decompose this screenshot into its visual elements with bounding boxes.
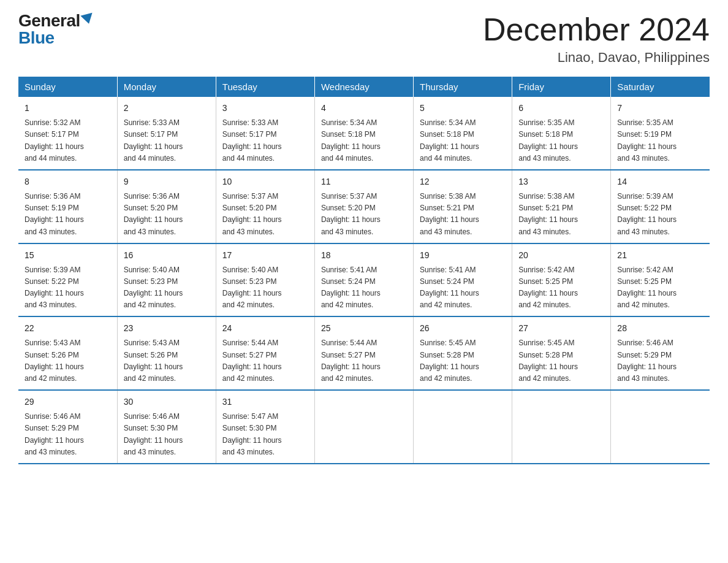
empty-cell-w4d4 <box>414 390 512 464</box>
day-info: Sunrise: 5:41 AMSunset: 5:24 PMDaylight:… <box>321 264 407 312</box>
day-number: 8 <box>25 175 111 188</box>
header-wednesday: Wednesday <box>314 77 413 97</box>
empty-cell-w4d6 <box>611 390 710 464</box>
day-info: Sunrise: 5:46 AMSunset: 5:30 PMDaylight:… <box>124 411 210 458</box>
logo-arrow-icon <box>80 13 94 26</box>
day-cell-21: 21Sunrise: 5:42 AMSunset: 5:25 PMDayligh… <box>611 243 710 317</box>
day-number: 4 <box>321 102 407 115</box>
day-number: 18 <box>321 249 407 262</box>
day-info: Sunrise: 5:36 AMSunset: 5:19 PMDaylight:… <box>25 191 111 238</box>
empty-cell-w4d3 <box>314 390 413 464</box>
day-number: 3 <box>222 102 308 115</box>
day-number: 26 <box>420 322 506 335</box>
day-number: 31 <box>222 396 308 408</box>
day-number: 14 <box>617 175 703 188</box>
day-number: 11 <box>321 175 407 188</box>
day-cell-11: 11Sunrise: 5:37 AMSunset: 5:20 PMDayligh… <box>314 170 413 243</box>
day-number: 6 <box>518 102 604 115</box>
day-info: Sunrise: 5:43 AMSunset: 5:26 PMDaylight:… <box>25 337 111 385</box>
day-info: Sunrise: 5:32 AMSunset: 5:17 PMDaylight:… <box>25 117 111 164</box>
header-friday: Friday <box>512 77 611 97</box>
calendar-body: 1Sunrise: 5:32 AMSunset: 5:17 PMDaylight… <box>18 97 710 464</box>
month-title: December 2024 <box>483 12 710 47</box>
day-number: 15 <box>25 249 111 262</box>
day-number: 24 <box>222 322 308 335</box>
day-cell-3: 3Sunrise: 5:33 AMSunset: 5:17 PMDaylight… <box>216 97 314 170</box>
week-row-2: 8Sunrise: 5:36 AMSunset: 5:19 PMDaylight… <box>18 170 710 243</box>
day-cell-17: 17Sunrise: 5:40 AMSunset: 5:23 PMDayligh… <box>216 243 314 317</box>
logo[interactable]: General Blue <box>18 12 94 47</box>
day-cell-9: 9Sunrise: 5:36 AMSunset: 5:20 PMDaylight… <box>117 170 216 243</box>
day-cell-16: 16Sunrise: 5:40 AMSunset: 5:23 PMDayligh… <box>117 243 216 317</box>
day-number: 19 <box>420 249 506 262</box>
day-number: 9 <box>124 175 210 188</box>
day-info: Sunrise: 5:45 AMSunset: 5:28 PMDaylight:… <box>518 337 604 385</box>
day-cell-1: 1Sunrise: 5:32 AMSunset: 5:17 PMDaylight… <box>18 97 117 170</box>
logo-blue-text: Blue <box>18 29 55 47</box>
day-info: Sunrise: 5:35 AMSunset: 5:19 PMDaylight:… <box>617 117 703 164</box>
day-info: Sunrise: 5:46 AMSunset: 5:29 PMDaylight:… <box>25 411 111 458</box>
day-cell-22: 22Sunrise: 5:43 AMSunset: 5:26 PMDayligh… <box>18 316 117 390</box>
day-cell-4: 4Sunrise: 5:34 AMSunset: 5:18 PMDaylight… <box>314 97 413 170</box>
day-info: Sunrise: 5:47 AMSunset: 5:30 PMDaylight:… <box>222 411 308 458</box>
day-cell-23: 23Sunrise: 5:43 AMSunset: 5:26 PMDayligh… <box>117 316 216 390</box>
day-cell-14: 14Sunrise: 5:39 AMSunset: 5:22 PMDayligh… <box>611 170 710 243</box>
header-saturday: Saturday <box>611 77 710 97</box>
day-number: 30 <box>124 396 210 408</box>
day-number: 13 <box>518 175 604 188</box>
day-info: Sunrise: 5:43 AMSunset: 5:26 PMDaylight:… <box>124 337 210 385</box>
page-header: General Blue December 2024 Linao, Davao,… <box>18 12 710 66</box>
day-number: 12 <box>420 175 506 188</box>
day-number: 2 <box>124 102 210 115</box>
day-cell-7: 7Sunrise: 5:35 AMSunset: 5:19 PMDaylight… <box>611 97 710 170</box>
day-cell-31: 31Sunrise: 5:47 AMSunset: 5:30 PMDayligh… <box>216 390 314 464</box>
day-number: 22 <box>25 322 111 335</box>
day-info: Sunrise: 5:44 AMSunset: 5:27 PMDaylight:… <box>321 337 407 385</box>
day-info: Sunrise: 5:40 AMSunset: 5:23 PMDaylight:… <box>222 264 308 312</box>
empty-cell-w4d5 <box>512 390 611 464</box>
day-cell-20: 20Sunrise: 5:42 AMSunset: 5:25 PMDayligh… <box>512 243 611 317</box>
day-cell-29: 29Sunrise: 5:46 AMSunset: 5:29 PMDayligh… <box>18 390 117 464</box>
day-number: 21 <box>617 249 703 262</box>
day-info: Sunrise: 5:38 AMSunset: 5:21 PMDaylight:… <box>420 191 506 238</box>
header-row: Sunday Monday Tuesday Wednesday Thursday… <box>18 77 710 97</box>
day-cell-15: 15Sunrise: 5:39 AMSunset: 5:22 PMDayligh… <box>18 243 117 317</box>
day-cell-5: 5Sunrise: 5:34 AMSunset: 5:18 PMDaylight… <box>414 97 512 170</box>
calendar-header: Sunday Monday Tuesday Wednesday Thursday… <box>18 77 710 97</box>
day-cell-6: 6Sunrise: 5:35 AMSunset: 5:18 PMDaylight… <box>512 97 611 170</box>
day-number: 25 <box>321 322 407 335</box>
day-number: 29 <box>25 396 111 408</box>
day-number: 27 <box>518 322 604 335</box>
day-number: 17 <box>222 249 308 262</box>
header-sunday: Sunday <box>18 77 117 97</box>
calendar-table: Sunday Monday Tuesday Wednesday Thursday… <box>18 77 710 464</box>
day-info: Sunrise: 5:39 AMSunset: 5:22 PMDaylight:… <box>25 264 111 312</box>
header-monday: Monday <box>117 77 216 97</box>
day-info: Sunrise: 5:33 AMSunset: 5:17 PMDaylight:… <box>124 117 210 164</box>
day-info: Sunrise: 5:42 AMSunset: 5:25 PMDaylight:… <box>518 264 604 312</box>
day-number: 23 <box>124 322 210 335</box>
day-number: 7 <box>617 102 703 115</box>
day-cell-8: 8Sunrise: 5:36 AMSunset: 5:19 PMDaylight… <box>18 170 117 243</box>
day-info: Sunrise: 5:40 AMSunset: 5:23 PMDaylight:… <box>124 264 210 312</box>
day-cell-2: 2Sunrise: 5:33 AMSunset: 5:17 PMDaylight… <box>117 97 216 170</box>
week-row-3: 15Sunrise: 5:39 AMSunset: 5:22 PMDayligh… <box>18 243 710 317</box>
day-cell-30: 30Sunrise: 5:46 AMSunset: 5:30 PMDayligh… <box>117 390 216 464</box>
title-section: December 2024 Linao, Davao, Philippines <box>483 12 710 66</box>
day-cell-27: 27Sunrise: 5:45 AMSunset: 5:28 PMDayligh… <box>512 316 611 390</box>
week-row-5: 29Sunrise: 5:46 AMSunset: 5:29 PMDayligh… <box>18 390 710 464</box>
day-info: Sunrise: 5:33 AMSunset: 5:17 PMDaylight:… <box>222 117 308 164</box>
day-info: Sunrise: 5:39 AMSunset: 5:22 PMDaylight:… <box>617 191 703 238</box>
day-cell-24: 24Sunrise: 5:44 AMSunset: 5:27 PMDayligh… <box>216 316 314 390</box>
day-cell-28: 28Sunrise: 5:46 AMSunset: 5:29 PMDayligh… <box>611 316 710 390</box>
day-info: Sunrise: 5:41 AMSunset: 5:24 PMDaylight:… <box>420 264 506 312</box>
day-number: 20 <box>518 249 604 262</box>
logo-general-text: General <box>18 12 80 29</box>
day-info: Sunrise: 5:35 AMSunset: 5:18 PMDaylight:… <box>518 117 604 164</box>
day-number: 1 <box>25 102 111 115</box>
day-number: 16 <box>124 249 210 262</box>
day-info: Sunrise: 5:42 AMSunset: 5:25 PMDaylight:… <box>617 264 703 312</box>
header-thursday: Thursday <box>414 77 512 97</box>
day-info: Sunrise: 5:34 AMSunset: 5:18 PMDaylight:… <box>420 117 506 164</box>
week-row-1: 1Sunrise: 5:32 AMSunset: 5:17 PMDaylight… <box>18 97 710 170</box>
